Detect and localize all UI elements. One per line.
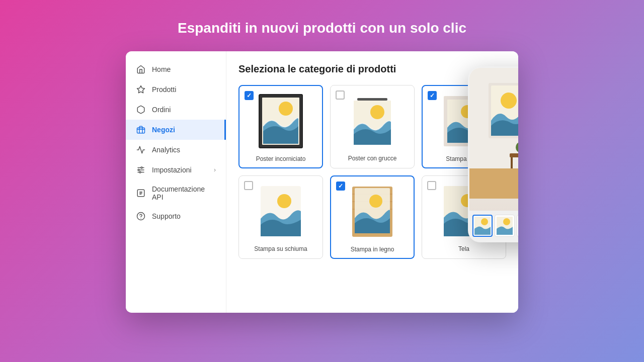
checkbox-poster-incorniciato[interactable] <box>245 91 254 100</box>
svg-point-42 <box>501 93 517 109</box>
phone-preview <box>469 68 518 211</box>
checkbox-tela[interactable] <box>427 181 436 190</box>
svg-point-18 <box>370 105 384 119</box>
checkbox-stampa-schiuma[interactable] <box>244 181 253 190</box>
svg-point-29 <box>369 195 382 208</box>
product-label-poster-incorniciato: Poster incorniciato <box>245 155 317 162</box>
sidebar-item-negozi[interactable]: Negozi <box>126 120 226 140</box>
sidebar-item-impostazioni-label: Impostazioni <box>152 166 192 174</box>
phone-thumb-2[interactable] <box>495 215 515 237</box>
sidebar-item-impostazioni[interactable]: Impostazioni › <box>126 160 226 180</box>
chart-icon <box>136 145 146 155</box>
chevron-down-icon: › <box>214 166 216 173</box>
product-label-tela: Tela <box>427 245 501 252</box>
svg-point-44 <box>481 218 488 225</box>
sidebar-item-prodotti[interactable]: Prodotti <box>126 79 226 100</box>
sidebar-item-home[interactable]: Home <box>126 59 226 79</box>
sidebar-item-home-label: Home <box>152 65 171 73</box>
svg-rect-34 <box>510 153 518 157</box>
phone-thumb-1[interactable] <box>472 215 493 237</box>
svg-rect-33 <box>469 168 518 199</box>
product-card-poster-incorniciato[interactable]: Poster incorniciato <box>238 85 323 168</box>
svg-point-7 <box>141 167 142 168</box>
app-window: Home Prodotti Ordini <box>126 51 518 313</box>
sidebar-item-analytics-label: Analytics <box>152 146 180 154</box>
section-title: Seleziona le categorie di prodotti <box>238 63 506 75</box>
box-icon <box>136 105 146 115</box>
store-icon <box>136 125 146 135</box>
help-icon <box>136 211 146 221</box>
svg-point-6 <box>138 169 139 171</box>
checkbox-poster-grucce[interactable] <box>336 90 345 100</box>
product-image-poster-incorniciato <box>245 91 317 151</box>
checkbox-stampa-legno[interactable] <box>336 182 345 191</box>
product-card-poster-grucce[interactable]: Poster con grucce <box>330 85 415 168</box>
svg-rect-1 <box>137 128 145 133</box>
product-image-stampa-schiuma <box>244 181 317 241</box>
sidebar-item-analytics[interactable]: Analytics <box>126 140 226 160</box>
product-grid: Poster incorniciato <box>238 85 506 259</box>
page-title: Espanditi in nuovi prodotti con un solo … <box>178 20 466 36</box>
tag-icon <box>136 84 146 95</box>
product-label-stampa-schiuma: Stampa su schiuma <box>244 245 317 252</box>
product-label-poster-grucce: Poster con grucce <box>336 155 409 162</box>
sidebar-item-ordini-label: Ordini <box>152 106 171 114</box>
svg-marker-0 <box>137 86 145 93</box>
svg-point-15 <box>279 102 293 116</box>
sidebar-item-ordini[interactable]: Ordini <box>126 100 226 120</box>
product-image-stampa-legno <box>336 182 409 242</box>
phone-thumb-3[interactable] <box>517 215 518 237</box>
sidebar-item-negozi-label: Negozi <box>152 126 175 134</box>
phone-thumbnails <box>469 211 518 241</box>
sidebar-item-supporto[interactable]: Supporto <box>126 206 226 226</box>
svg-rect-16 <box>357 98 387 101</box>
sidebar-item-api-label: Documentazione API <box>152 185 216 201</box>
phone-mockup <box>468 66 518 242</box>
api-icon <box>136 188 146 198</box>
svg-point-23 <box>277 194 291 208</box>
svg-point-46 <box>503 218 510 225</box>
product-image-poster-grucce <box>336 90 409 151</box>
settings-icon <box>136 165 146 175</box>
sidebar-item-api[interactable]: Documentazione API <box>126 180 226 206</box>
checkbox-stampa-montata[interactable] <box>428 91 437 100</box>
product-card-stampa-schiuma[interactable]: Stampa su schiuma <box>238 175 323 259</box>
sidebar-item-supporto-label: Supporto <box>152 212 181 220</box>
home-icon <box>136 64 146 74</box>
product-card-stampa-legno[interactable]: Stampa in legno <box>330 175 415 259</box>
sidebar-item-prodotti-label: Prodotti <box>152 85 176 94</box>
product-label-stampa-legno: Stampa in legno <box>336 246 409 253</box>
svg-point-8 <box>139 171 141 173</box>
svg-rect-35 <box>511 157 513 168</box>
room-preview <box>469 68 518 211</box>
sidebar: Home Prodotti Ordini <box>126 51 226 313</box>
